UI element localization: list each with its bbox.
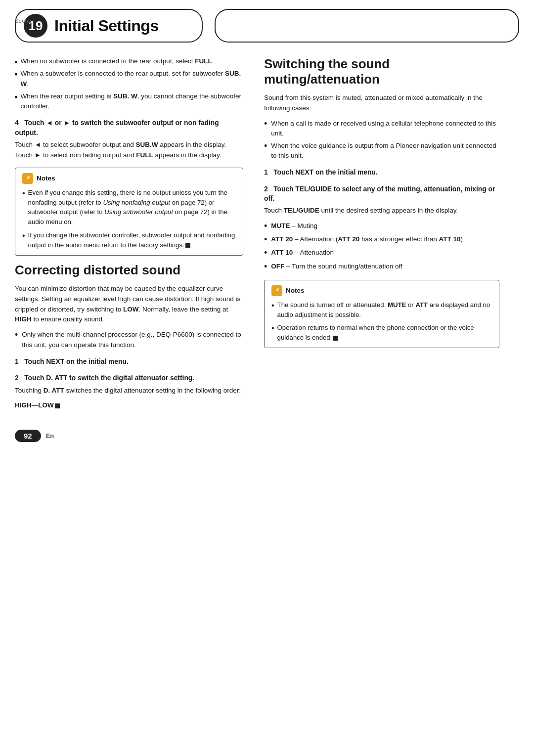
options-list: • MUTE – Muting • ATT 20 – Attenuation (… xyxy=(264,221,499,273)
section-label: Section xyxy=(15,18,35,24)
list-item: • When the voice guidance is output from… xyxy=(264,141,499,161)
left-step2-body: Touching D. ATT switches the digital att… xyxy=(15,386,243,396)
right-column: Switching the sound muting/attenuation S… xyxy=(257,56,499,416)
main-content: ■ When no subwoofer is connected to the … xyxy=(0,56,534,416)
bullet-item: ■ When no subwoofer is connected to the … xyxy=(15,56,243,66)
correcting-heading: Correcting distorted sound xyxy=(15,263,243,278)
list-item: • If you change the subwoofer controller… xyxy=(22,230,236,250)
page: Section 19 Initial Settings ■ When no su… xyxy=(0,9,534,756)
step4-heading: 4 Touch ◄ or ► to switch the subwoofer o… xyxy=(15,118,243,137)
bullet-text: When the rear output setting is SUB. W, … xyxy=(20,91,243,112)
left-column: ■ When no subwoofer is connected to the … xyxy=(15,56,257,416)
page-number: 92 xyxy=(15,430,41,442)
notes-icon: ᵏ xyxy=(22,173,33,184)
correcting-bullets: • Only when the multi-channel processor … xyxy=(15,330,243,350)
bullet-icon: ■ xyxy=(15,71,17,78)
list-item: • ATT 10 – Attenuation xyxy=(264,248,499,259)
list-item: • OFF – Turn the sound muting/attenuatio… xyxy=(264,262,499,273)
list-item: • Even if you change this setting, there… xyxy=(22,188,236,227)
option-text: MUTE – Muting xyxy=(271,221,317,231)
language-label: En xyxy=(46,432,54,440)
bullet-item: ■ When a subwoofer is connected to the r… xyxy=(15,69,243,89)
switching-bullets: • When a call is made or received using … xyxy=(264,119,499,161)
switching-heading: Switching the sound muting/attenuation xyxy=(264,56,499,87)
end-mark xyxy=(55,403,60,408)
bullet-icon: • xyxy=(264,261,267,273)
section-title-box: 19 Initial Settings xyxy=(15,9,203,43)
notes-header: ᵏ Notes xyxy=(22,173,236,184)
bullet-icon: • xyxy=(264,220,267,232)
correcting-body: You can minimize distortion that may be … xyxy=(15,284,243,325)
note-text: If you change the subwoofer controller, … xyxy=(28,230,236,250)
notes-label: Notes xyxy=(37,175,55,182)
bullet-icon: • xyxy=(271,300,274,311)
page-footer: 92 En xyxy=(0,421,534,448)
notes-header: ᵏ Notes xyxy=(271,285,492,296)
left-step2-heading: 2 Touch D. ATT to switch the digital att… xyxy=(15,373,243,383)
note-text: Even if you change this setting, there i… xyxy=(28,188,236,227)
option-text: OFF – Turn the sound muting/attenuation … xyxy=(271,262,402,271)
bullet-item: ■ When the rear output setting is SUB. W… xyxy=(15,91,243,112)
bullet-icon: • xyxy=(264,233,267,246)
end-mark xyxy=(185,243,190,248)
note-text: The sound is turned off or attenuated, M… xyxy=(277,300,492,320)
left-step1-heading: 1 Touch NEXT on the initial menu. xyxy=(15,357,243,366)
list-item: • Operation returns to normal when the p… xyxy=(271,323,492,343)
note-text: Operation returns to normal when the pho… xyxy=(277,323,492,343)
notes-box-1: ᵏ Notes • Even if you change this settin… xyxy=(15,168,243,256)
option-text: ATT 10 – Attenuation xyxy=(271,248,334,258)
notes-label: Notes xyxy=(286,287,305,294)
right-step2-heading: 2 Touch TEL/GUIDE to select any of the m… xyxy=(264,184,499,204)
list-item: • Only when the multi-channel processor … xyxy=(15,330,243,350)
list-item: • MUTE – Muting xyxy=(264,221,499,232)
switching-body: Sound from this system is muted, attenua… xyxy=(264,93,499,114)
bullet-icon: • xyxy=(22,230,25,242)
bullet-text: When a subwoofer is connected to the rea… xyxy=(20,69,243,89)
intro-bullets: ■ When no subwoofer is connected to the … xyxy=(15,56,243,111)
list-item: • ATT 20 – Attenuation (ATT 20 has a str… xyxy=(264,234,499,246)
notes-list: • The sound is turned off or attenuated,… xyxy=(271,300,492,343)
right-step1-heading: 1 Touch NEXT on the initial menu. xyxy=(264,168,499,177)
notes-icon: ᵏ xyxy=(271,285,282,296)
bullet-icon: • xyxy=(264,247,267,259)
option-text: ATT 20 – Attenuation (ATT 20 has a stron… xyxy=(271,234,463,244)
bullet-icon: • xyxy=(271,322,274,334)
section-title-text: Initial Settings xyxy=(54,17,159,35)
high-low: HIGH—LOW xyxy=(15,400,243,411)
notes-list: • Even if you change this setting, there… xyxy=(22,188,236,250)
right-step2-body: Touch TEL/GUIDE until the desired settin… xyxy=(264,206,499,216)
bullet-icon: ■ xyxy=(15,59,17,66)
bullet-icon: • xyxy=(22,187,25,199)
list-item: • When a call is made or received using … xyxy=(264,119,499,139)
bullet-icon: • xyxy=(15,329,18,341)
bullet-text: When no subwoofer is connected to the re… xyxy=(20,56,243,66)
bullet-text: When the voice guidance is output from a… xyxy=(271,141,499,161)
list-item: • The sound is turned off or attenuated,… xyxy=(271,300,492,320)
bullet-text: When a call is made or received using a … xyxy=(271,119,499,139)
bullet-icon: • xyxy=(264,140,267,152)
end-mark xyxy=(333,336,338,341)
notes-box-2: ᵏ Notes • The sound is turned off or att… xyxy=(264,280,499,348)
bullet-icon: ■ xyxy=(15,94,17,101)
bullet-text: Only when the multi-channel processor (e… xyxy=(22,330,243,350)
bullet-icon: • xyxy=(264,118,267,130)
page-header: 19 Initial Settings xyxy=(15,9,519,43)
step4-body: Touch ◄ to select subwoofer output and S… xyxy=(15,140,243,161)
header-right-box xyxy=(215,9,519,43)
